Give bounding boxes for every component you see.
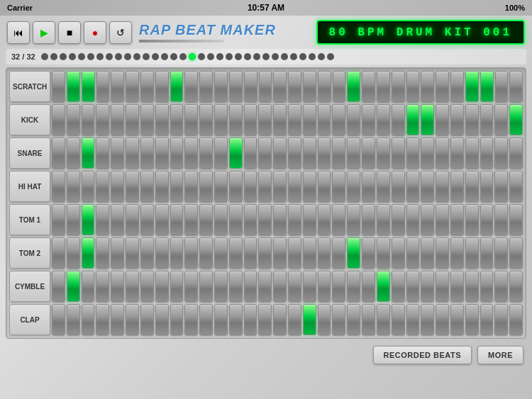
beat-btn-1-9[interactable] [184, 104, 198, 135]
beat-btn-5-24[interactable] [406, 237, 420, 269]
beat-btn-6-8[interactable] [170, 271, 184, 302]
beat-btn-5-20[interactable] [347, 237, 360, 269]
beat-btn-1-24[interactable] [406, 104, 420, 135]
beat-btn-7-31[interactable] [509, 304, 523, 335]
beat-btn-7-8[interactable] [170, 304, 184, 335]
beat-btn-5-1[interactable] [67, 237, 80, 269]
beat-btn-3-11[interactable] [214, 171, 228, 202]
beat-btn-4-7[interactable] [155, 204, 169, 235]
beat-btn-6-0[interactable] [52, 271, 65, 302]
beat-btn-1-12[interactable] [229, 104, 243, 135]
beat-btn-3-16[interactable] [288, 171, 301, 202]
beat-btn-2-24[interactable] [406, 137, 420, 169]
beat-btn-1-27[interactable] [450, 104, 464, 135]
drum-label-7[interactable]: CLAP [9, 304, 50, 335]
beat-btn-6-31[interactable] [509, 271, 523, 302]
beat-btn-0-14[interactable] [259, 71, 272, 102]
beat-btn-7-24[interactable] [406, 304, 420, 335]
beat-btn-1-6[interactable] [140, 104, 154, 135]
beat-btn-4-6[interactable] [140, 204, 154, 235]
beat-btn-3-13[interactable] [244, 171, 257, 202]
beat-btn-7-15[interactable] [273, 304, 287, 335]
beat-btn-3-2[interactable] [82, 171, 95, 202]
beat-btn-2-29[interactable] [480, 137, 494, 169]
beat-btn-3-5[interactable] [126, 171, 139, 202]
beat-btn-7-16[interactable] [288, 304, 301, 335]
beat-btn-0-18[interactable] [318, 71, 331, 102]
beat-btn-7-27[interactable] [450, 304, 464, 335]
beat-btn-7-17[interactable] [303, 304, 316, 335]
beat-btn-3-17[interactable] [303, 171, 316, 202]
beat-btn-5-13[interactable] [244, 237, 257, 269]
beat-btn-4-15[interactable] [273, 204, 287, 235]
beat-btn-5-16[interactable] [288, 237, 301, 269]
beat-btn-5-4[interactable] [111, 237, 124, 269]
beat-btn-0-15[interactable] [273, 71, 287, 102]
beat-btn-0-27[interactable] [450, 71, 464, 102]
beat-btn-4-27[interactable] [450, 204, 464, 235]
beat-btn-7-18[interactable] [318, 304, 331, 335]
beat-btn-5-0[interactable] [52, 237, 65, 269]
beat-btn-7-4[interactable] [111, 304, 124, 335]
beat-btn-2-30[interactable] [494, 137, 508, 169]
beat-btn-5-3[interactable] [96, 237, 109, 269]
beat-btn-7-3[interactable] [96, 304, 109, 335]
beat-btn-2-0[interactable] [52, 137, 65, 169]
drum-label-3[interactable]: HI HAT [9, 171, 50, 202]
beat-btn-3-9[interactable] [184, 171, 198, 202]
beat-btn-3-26[interactable] [436, 171, 449, 202]
beat-btn-5-25[interactable] [421, 237, 434, 269]
beat-btn-1-23[interactable] [392, 104, 405, 135]
beat-btn-0-21[interactable] [362, 71, 375, 102]
beat-btn-6-6[interactable] [140, 271, 154, 302]
beat-btn-7-29[interactable] [480, 304, 494, 335]
beat-btn-4-10[interactable] [199, 204, 213, 235]
beat-btn-3-0[interactable] [52, 171, 65, 202]
beat-btn-3-23[interactable] [392, 171, 405, 202]
beat-btn-5-27[interactable] [450, 237, 464, 269]
beat-btn-3-21[interactable] [362, 171, 375, 202]
beat-btn-5-5[interactable] [126, 237, 139, 269]
beat-btn-0-25[interactable] [421, 71, 434, 102]
beat-btn-4-24[interactable] [406, 204, 420, 235]
beat-btn-3-4[interactable] [111, 171, 124, 202]
beat-btn-2-17[interactable] [303, 137, 316, 169]
beat-btn-2-25[interactable] [421, 137, 434, 169]
beat-btn-5-15[interactable] [273, 237, 287, 269]
beat-btn-0-4[interactable] [111, 71, 124, 102]
beat-btn-0-19[interactable] [333, 71, 346, 102]
beat-btn-4-8[interactable] [170, 204, 184, 235]
beat-btn-6-23[interactable] [392, 271, 405, 302]
beat-btn-0-0[interactable] [52, 71, 65, 102]
drum-label-5[interactable]: TOM 2 [9, 237, 50, 269]
beat-btn-5-17[interactable] [303, 237, 316, 269]
beat-btn-1-1[interactable] [67, 104, 80, 135]
beat-btn-2-21[interactable] [362, 137, 375, 169]
beat-btn-0-22[interactable] [377, 71, 390, 102]
beat-btn-2-14[interactable] [258, 137, 272, 169]
beat-btn-2-27[interactable] [450, 137, 464, 169]
beat-btn-0-13[interactable] [244, 71, 257, 102]
beat-btn-4-13[interactable] [244, 204, 257, 235]
beat-btn-2-2[interactable] [82, 137, 95, 169]
beat-btn-6-21[interactable] [362, 271, 375, 302]
beat-btn-7-22[interactable] [377, 304, 390, 335]
beat-btn-5-22[interactable] [377, 237, 390, 269]
beat-btn-7-20[interactable] [347, 304, 360, 335]
beat-btn-6-4[interactable] [111, 271, 124, 302]
rewind-button[interactable]: ⏮ [7, 21, 30, 44]
beat-btn-2-26[interactable] [436, 137, 449, 169]
beat-btn-5-18[interactable] [318, 237, 331, 269]
beat-btn-0-17[interactable] [303, 71, 316, 102]
beat-btn-4-25[interactable] [421, 204, 434, 235]
beat-btn-0-20[interactable] [347, 71, 360, 102]
beat-btn-3-29[interactable] [480, 171, 494, 202]
beat-btn-3-31[interactable] [509, 171, 523, 202]
beat-btn-6-11[interactable] [214, 271, 228, 302]
beat-btn-2-7[interactable] [155, 137, 169, 169]
beat-btn-7-30[interactable] [494, 304, 508, 335]
beat-btn-1-25[interactable] [421, 104, 434, 135]
beat-btn-3-24[interactable] [406, 171, 420, 202]
beat-btn-2-9[interactable] [184, 137, 198, 169]
beat-btn-2-28[interactable] [465, 137, 479, 169]
